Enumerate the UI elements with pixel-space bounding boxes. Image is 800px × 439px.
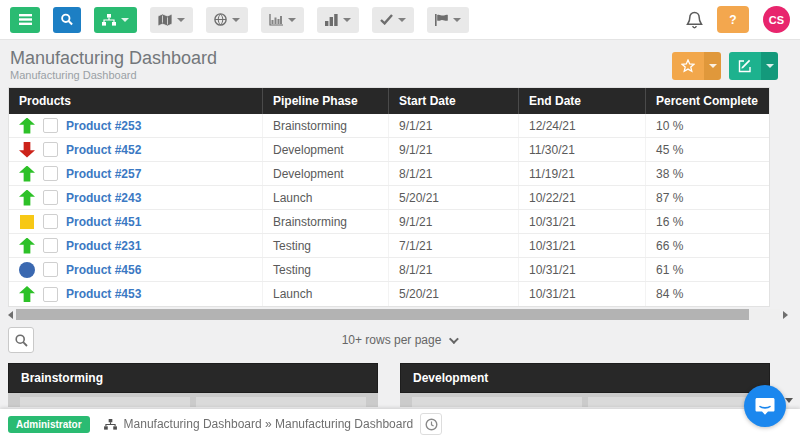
phase-panels: Brainstorming Development — [8, 363, 770, 407]
product-cell: Product #456 — [9, 258, 263, 281]
product-link[interactable]: Product #243 — [66, 191, 141, 205]
end-date-cell: 10/31/21 — [519, 234, 646, 257]
product-link[interactable]: Product #253 — [66, 119, 141, 133]
grid-search-button[interactable] — [8, 327, 34, 353]
avatar[interactable]: CS — [763, 6, 790, 33]
check-menu-button[interactable] — [372, 7, 414, 33]
panel-development: Development — [400, 363, 770, 407]
product-link[interactable]: Product #452 — [66, 143, 141, 157]
row-checkbox[interactable] — [43, 190, 58, 205]
edit-split-button[interactable] — [729, 52, 778, 80]
product-cell: Product #243 — [9, 186, 263, 209]
star-button[interactable] — [672, 52, 704, 80]
row-checkbox[interactable] — [43, 262, 58, 277]
horizontal-scrollbar[interactable] — [8, 309, 788, 320]
chevron-down-icon[interactable] — [785, 398, 793, 403]
table-row: Product #451 Brainstorming 9/1/21 10/31/… — [9, 210, 769, 234]
history-clock-button[interactable] — [420, 413, 442, 435]
product-link[interactable]: Product #231 — [66, 239, 141, 253]
start-date-cell: 5/20/21 — [389, 186, 519, 209]
column-chart-menu-button[interactable] — [261, 7, 304, 33]
page-subtitle: Manufacturing Dashboard — [10, 69, 217, 81]
chat-bubble-button[interactable] — [744, 385, 786, 427]
chevron-down-icon — [343, 18, 351, 22]
search-button[interactable] — [53, 7, 81, 33]
subgrid-header-cell — [20, 397, 190, 407]
chevron-down-icon — [709, 64, 717, 68]
sitemap-menu-button[interactable] — [94, 7, 137, 33]
column-header-percent-complete[interactable]: Percent Complete — [646, 88, 769, 114]
row-checkbox[interactable] — [43, 142, 58, 157]
start-date-cell: 9/1/21 — [389, 114, 519, 137]
panel-title: Brainstorming — [8, 363, 378, 393]
row-checkbox[interactable] — [43, 118, 58, 133]
row-checkbox[interactable] — [43, 238, 58, 253]
scroll-left-arrow-icon[interactable] — [8, 311, 13, 319]
row-checkbox[interactable] — [43, 287, 58, 302]
product-link[interactable]: Product #456 — [66, 263, 141, 277]
products-grid: Products Pipeline Phase Start Date End D… — [8, 87, 790, 307]
phase-cell: Launch — [263, 282, 389, 306]
row-status-icon — [19, 118, 35, 134]
column-header-start-date[interactable]: Start Date — [389, 88, 519, 114]
product-cell: Product #231 — [9, 234, 263, 257]
breadcrumb: Manufacturing Dashboard » Manufacturing … — [104, 417, 414, 431]
chevron-down-icon[interactable] — [449, 334, 459, 344]
flag-menu-button[interactable] — [427, 7, 469, 33]
panel-title: Development — [400, 363, 770, 393]
table-row: Product #257 Development 8/1/21 11/19/21… — [9, 162, 769, 186]
rows-per-page-label[interactable]: 10+ rows per page — [342, 333, 442, 347]
percent-cell: 16 % — [646, 210, 769, 233]
table-row: Product #253 Brainstorming 9/1/21 12/24/… — [9, 114, 769, 138]
row-status-icon — [19, 262, 35, 278]
product-link[interactable]: Product #453 — [66, 287, 141, 301]
column-header-end-date[interactable]: End Date — [519, 88, 646, 114]
status-footer: Administrator Manufacturing Dashboard » … — [0, 409, 800, 439]
product-cell: Product #452 — [9, 138, 263, 161]
map-icon — [158, 14, 172, 26]
horizontal-scrollbar-thumb[interactable] — [16, 309, 749, 320]
page-head: Manufacturing Dashboard Manufacturing Da… — [0, 40, 800, 85]
subgrid-header-cell — [196, 397, 366, 407]
rows-per-page-control[interactable]: 10+ rows per page — [8, 333, 790, 347]
globe-chart-menu-button[interactable] — [206, 7, 248, 33]
search-icon — [15, 334, 28, 347]
favorite-dropdown-button[interactable] — [704, 52, 721, 80]
menu-button[interactable] — [10, 7, 40, 33]
product-link[interactable]: Product #451 — [66, 215, 141, 229]
end-date-cell: 12/24/21 — [519, 114, 646, 137]
row-status-icon — [19, 238, 35, 254]
bell-icon — [686, 11, 703, 29]
edit-button[interactable] — [729, 52, 761, 80]
edit-dropdown-button[interactable] — [761, 52, 778, 80]
row-checkbox[interactable] — [43, 214, 58, 229]
search-icon — [61, 13, 73, 26]
horizontal-scrollbar-track[interactable] — [16, 309, 780, 320]
table-footer-bar: 10+ rows per page — [8, 327, 790, 353]
product-cell: Product #253 — [9, 114, 263, 137]
product-cell: Product #257 — [9, 162, 263, 185]
column-header-pipeline-phase[interactable]: Pipeline Phase — [263, 88, 389, 114]
table-row: Product #453 Launch 5/20/21 10/31/21 84 … — [9, 282, 769, 306]
bar-chart-menu-button[interactable] — [317, 7, 359, 33]
notifications-button[interactable] — [686, 11, 703, 29]
end-date-cell: 10/31/21 — [519, 258, 646, 281]
percent-cell: 87 % — [646, 186, 769, 209]
percent-cell: 66 % — [646, 234, 769, 257]
phase-cell: Testing — [263, 234, 389, 257]
star-icon — [681, 59, 695, 73]
bar-chart-icon — [325, 14, 338, 26]
product-link[interactable]: Product #257 — [66, 167, 141, 181]
column-header-products[interactable]: Products — [9, 88, 263, 114]
help-button[interactable]: ? — [717, 6, 749, 33]
map-menu-button[interactable] — [150, 7, 193, 33]
percent-cell: 10 % — [646, 114, 769, 137]
phase-cell: Brainstorming — [263, 114, 389, 137]
subgrid-header-cell — [412, 397, 582, 407]
phase-cell: Development — [263, 138, 389, 161]
start-date-cell: 9/1/21 — [389, 210, 519, 233]
table-row: Product #243 Launch 5/20/21 10/22/21 87 … — [9, 186, 769, 210]
scroll-right-arrow-icon[interactable] — [783, 311, 788, 319]
favorite-split-button[interactable] — [672, 52, 721, 80]
row-checkbox[interactable] — [43, 166, 58, 181]
